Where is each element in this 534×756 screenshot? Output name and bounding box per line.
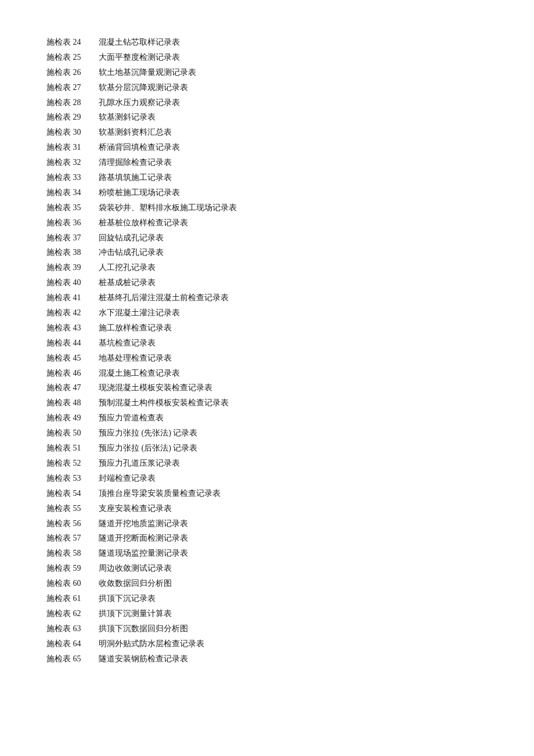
list-item: 施检表 63拱顶下沉数据回归分析图 [46, 621, 488, 636]
item-code: 施检表 26 [46, 65, 99, 80]
list-item: 施检表 54顶推台座导梁安装质量检查记录表 [46, 486, 488, 501]
item-name: 预应力张拉 (先张法) 记录表 [99, 426, 197, 441]
list-item: 施检表 27软基分层沉降观测记录表 [46, 80, 488, 95]
item-name: 预应力孔道压浆记录表 [99, 456, 180, 471]
list-item: 施检表 58隧道现场监控量测记录表 [46, 546, 488, 561]
list-item: 施检表 36桩基桩位放样检查记录表 [46, 215, 488, 231]
list-item: 施检表 29软基测斜记录表 [46, 110, 488, 125]
item-code: 施检表 65 [46, 651, 99, 667]
item-name: 桩基成桩记录表 [99, 275, 156, 290]
item-code: 施检表 27 [46, 80, 99, 95]
item-name: 隧道安装钢筋检查记录表 [99, 651, 188, 667]
item-name: 拱顶下沉测量计算表 [99, 606, 172, 621]
item-code: 施检表 38 [46, 245, 99, 260]
item-name: 支座安装检查记录表 [99, 501, 172, 516]
item-code: 施检表 37 [46, 231, 99, 246]
item-name: 隧道开挖断面检测记录表 [99, 531, 188, 546]
item-code: 施检表 35 [46, 200, 99, 215]
item-code: 施检表 31 [46, 140, 99, 155]
item-name: 大面平整度检测记录表 [99, 50, 180, 65]
item-code: 施检表 52 [46, 456, 99, 471]
item-name: 封端检查记录表 [99, 471, 156, 486]
item-name: 明洞外贴式防水层检查记录表 [99, 636, 204, 651]
item-code: 施检表 47 [46, 380, 99, 395]
item-name: 清理掘除检查记录表 [99, 155, 172, 170]
item-name: 人工挖孔记录表 [99, 260, 156, 275]
item-code: 施检表 39 [46, 260, 99, 275]
item-code: 施检表 41 [46, 290, 99, 305]
item-name: 软基分层沉降观测记录表 [99, 80, 188, 95]
item-name: 水下混凝土灌注记录表 [99, 305, 180, 321]
item-name: 现浇混凝土模板安装检查记录表 [99, 380, 212, 395]
list-item: 施检表 35袋装砂井、塑料排水板施工现场记录表 [46, 200, 488, 215]
list-item: 施检表 47现浇混凝土模板安装检查记录表 [46, 380, 488, 395]
item-code: 施检表 29 [46, 110, 99, 125]
item-name: 冲击钻成孔记录表 [99, 245, 164, 260]
item-code: 施检表 59 [46, 561, 99, 576]
item-name: 混凝土施工检查记录表 [99, 366, 180, 381]
item-name: 预应力管道检查表 [99, 411, 164, 426]
item-name: 地基处理检查记录表 [99, 351, 172, 366]
item-code: 施检表 58 [46, 546, 99, 561]
list-item: 施检表 55支座安装检查记录表 [46, 501, 488, 516]
list-item: 施检表 61拱顶下沉记录表 [46, 591, 488, 606]
item-code: 施检表 57 [46, 531, 99, 546]
item-name: 隧道开挖地质监测记录表 [99, 516, 188, 531]
item-code: 施检表 30 [46, 125, 99, 140]
list-item: 施检表 40桩基成桩记录表 [46, 275, 488, 290]
item-code: 施检表 50 [46, 426, 99, 441]
list-item: 施检表 34粉喷桩施工现场记录表 [46, 185, 488, 200]
list-item: 施检表 60收敛数据回归分析图 [46, 576, 488, 591]
list-item: 施检表 53封端检查记录表 [46, 471, 488, 486]
item-code: 施检表 43 [46, 321, 99, 336]
item-name: 桩基桩位放样检查记录表 [99, 215, 188, 231]
list-item: 施检表 46混凝土施工检查记录表 [46, 366, 488, 381]
item-name: 回旋钻成孔记录表 [99, 231, 164, 246]
item-name: 软基测斜记录表 [99, 110, 156, 125]
list-item: 施检表 42水下混凝土灌注记录表 [46, 305, 488, 321]
list-item: 施检表 32清理掘除检查记录表 [46, 155, 488, 170]
item-name: 软土地基沉降量观测记录表 [99, 65, 196, 80]
list-item: 施检表 52预应力孔道压浆记录表 [46, 456, 488, 471]
list-item: 施检表 26软土地基沉降量观测记录表 [46, 65, 488, 80]
list-item: 施检表 65隧道安装钢筋检查记录表 [46, 651, 488, 667]
list-item: 施检表 48预制混凝土构件模板安装检查记录表 [46, 395, 488, 411]
item-name: 粉喷桩施工现场记录表 [99, 185, 180, 200]
item-code: 施检表 44 [46, 336, 99, 351]
item-code: 施检表 63 [46, 621, 99, 636]
item-name: 预应力张拉 (后张法) 记录表 [99, 441, 197, 456]
item-name: 拱顶下沉记录表 [99, 591, 156, 606]
item-code: 施检表 45 [46, 351, 99, 366]
list-item: 施检表 25大面平整度检测记录表 [46, 50, 488, 65]
list-item: 施检表 33路基填筑施工记录表 [46, 170, 488, 185]
list-item: 施检表 45地基处理检查记录表 [46, 351, 488, 366]
item-name: 软基测斜资料汇总表 [99, 125, 172, 140]
item-code: 施检表 61 [46, 591, 99, 606]
list-item: 施检表 30软基测斜资料汇总表 [46, 125, 488, 140]
list-item: 施检表 49预应力管道检查表 [46, 411, 488, 426]
item-name: 路基填筑施工记录表 [99, 170, 172, 185]
item-code: 施检表 32 [46, 155, 99, 170]
list-item: 施检表 38冲击钻成孔记录表 [46, 245, 488, 260]
list-item: 施检表 37回旋钻成孔记录表 [46, 231, 488, 246]
item-code: 施检表 34 [46, 185, 99, 200]
item-name: 周边收敛测试记录表 [99, 561, 172, 576]
item-code: 施检表 28 [46, 95, 99, 110]
item-code: 施检表 56 [46, 516, 99, 531]
item-name: 孔隙水压力观察记录表 [99, 95, 180, 110]
item-list: 施检表 24混凝土钻芯取样记录表施检表 25大面平整度检测记录表施检表 26软土… [46, 35, 488, 666]
item-name: 桩基终孔后灌注混凝土前检查记录表 [99, 290, 229, 305]
list-item: 施检表 39人工挖孔记录表 [46, 260, 488, 275]
item-code: 施检表 42 [46, 305, 99, 321]
item-name: 顶推台座导梁安装质量检查记录表 [99, 486, 221, 501]
list-item: 施检表 57隧道开挖断面检测记录表 [46, 531, 488, 546]
item-code: 施检表 24 [46, 35, 99, 50]
item-code: 施检表 33 [46, 170, 99, 185]
item-code: 施检表 49 [46, 411, 99, 426]
item-code: 施检表 36 [46, 215, 99, 231]
item-name: 拱顶下沉数据回归分析图 [99, 621, 188, 636]
list-item: 施检表 24混凝土钻芯取样记录表 [46, 35, 488, 50]
list-item: 施检表 41桩基终孔后灌注混凝土前检查记录表 [46, 290, 488, 305]
item-code: 施检表 60 [46, 576, 99, 591]
list-item: 施检表 28孔隙水压力观察记录表 [46, 95, 488, 110]
